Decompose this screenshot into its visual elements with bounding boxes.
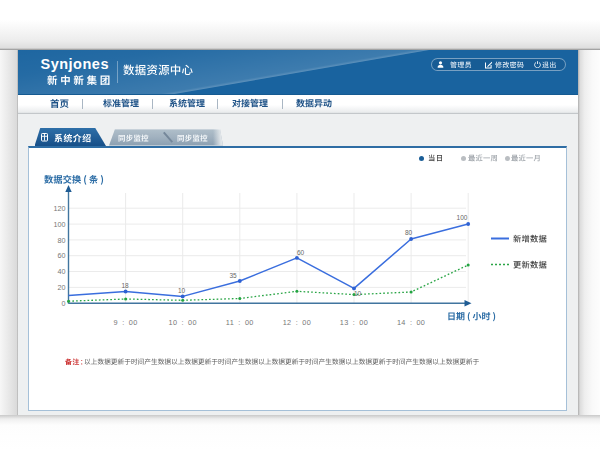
svg-text:80: 80 (58, 236, 66, 245)
svg-text:35: 35 (229, 272, 237, 279)
svg-text:11 : 00: 11 : 00 (226, 318, 254, 327)
svg-text:18: 18 (121, 282, 129, 289)
svg-text:100: 100 (457, 214, 468, 221)
svg-text:120: 120 (54, 204, 66, 213)
svg-text:60: 60 (58, 251, 66, 260)
svg-text:0: 0 (62, 299, 66, 308)
svg-text:80: 80 (405, 229, 413, 236)
svg-text:10: 10 (178, 287, 186, 294)
svg-text:9 : 00: 9 : 00 (114, 318, 138, 327)
svg-text:100: 100 (54, 220, 66, 229)
svg-text:10: 10 (354, 290, 362, 297)
svg-text:40: 40 (58, 267, 66, 276)
svg-text:20: 20 (58, 283, 66, 292)
svg-text:13 : 00: 13 : 00 (340, 318, 368, 327)
svg-text:10 : 00: 10 : 00 (169, 318, 197, 327)
svg-text:14 : 00: 14 : 00 (397, 318, 425, 327)
svg-text:60: 60 (297, 249, 305, 256)
svg-text:12 : 00: 12 : 00 (283, 318, 311, 327)
